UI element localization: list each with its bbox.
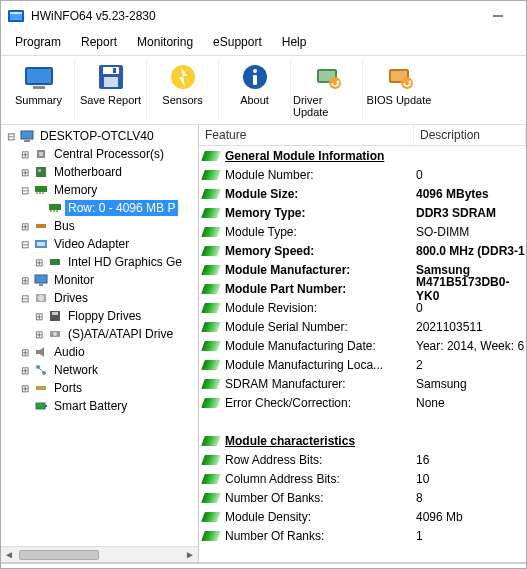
row-num-ranks[interactable]: Number Of Ranks:1 [199, 526, 526, 545]
row-module-mfg-loc[interactable]: Module Manufacturing Loca...2 [199, 355, 526, 374]
memory-stick-icon [201, 341, 221, 351]
toolbar-save-report[interactable]: Save Report [75, 60, 147, 120]
collapse-icon[interactable]: ⊟ [19, 239, 31, 250]
scroll-left-icon[interactable]: ◄ [1, 549, 17, 560]
gpu-icon [47, 254, 63, 270]
expand-icon[interactable]: ⊞ [19, 275, 31, 286]
toolbar-driver-update[interactable]: Driver Update [291, 60, 363, 120]
menu-bar: Program Report Monitoring eSupport Help [1, 31, 526, 55]
row-module-type[interactable]: Module Type:SO-DIMM [199, 222, 526, 241]
expand-icon[interactable]: ⊞ [19, 347, 31, 358]
details-rows: General Module Information Module Number… [199, 146, 526, 545]
tree-cpu[interactable]: ⊞ Central Processor(s) [3, 145, 198, 163]
memory-icon [33, 182, 49, 198]
toolbar-summary[interactable]: Summary [3, 60, 75, 120]
menu-esupport[interactable]: eSupport [205, 33, 270, 51]
expand-icon[interactable]: ⊞ [19, 221, 31, 232]
tree-horizontal-scrollbar[interactable]: ◄ ► [1, 546, 198, 562]
row-module-size[interactable]: Module Size:4096 MBytes [199, 184, 526, 203]
tree-ports[interactable]: ⊞ Ports [3, 379, 198, 397]
column-headers: Feature Description [199, 125, 526, 146]
tree-monitor[interactable]: ⊞ Monitor [3, 271, 198, 289]
tree-memory-row[interactable]: Row: 0 - 4096 MB P [3, 199, 198, 217]
app-icon [7, 7, 25, 25]
row-module-mfg-date[interactable]: Module Manufacturing Date:Year: 2014, We… [199, 336, 526, 355]
tree-intel-hd[interactable]: ⊞ Intel HD Graphics Ge [3, 253, 198, 271]
collapse-icon[interactable]: ⊟ [19, 185, 31, 196]
expand-icon[interactable]: ⊞ [33, 311, 45, 322]
row-error-check[interactable]: Error Check/Correction:None [199, 393, 526, 412]
cpu-icon [33, 146, 49, 162]
details-panel[interactable]: Feature Description General Module Infor… [199, 125, 526, 562]
memory-stick-icon [201, 227, 221, 237]
tree-audio[interactable]: ⊞ Audio [3, 343, 198, 361]
expand-icon[interactable]: ⊞ [19, 167, 31, 178]
tree-video-label: Video Adapter [51, 236, 132, 252]
audio-icon [33, 344, 49, 360]
section-characteristics[interactable]: Module characteristics [199, 431, 526, 450]
menu-report[interactable]: Report [73, 33, 125, 51]
svg-point-49 [53, 332, 57, 336]
floppy-icon [47, 308, 63, 324]
battery-icon [33, 398, 49, 414]
tree-drives[interactable]: ⊟ Drives [3, 289, 198, 307]
menu-program[interactable]: Program [7, 33, 69, 51]
expand-icon[interactable]: ⊞ [19, 149, 31, 160]
tree-motherboard-label: Motherboard [51, 164, 125, 180]
tree-panel[interactable]: ⊟ DESKTOP-OTCLV40 ⊞ Central Processor(s)… [1, 125, 199, 562]
row-col-addr-bits[interactable]: Column Address Bits:10 [199, 469, 526, 488]
toolbar-bios-update[interactable]: BIOS Update [363, 60, 435, 120]
sensors-icon [166, 62, 200, 92]
toolbar-save-label: Save Report [80, 94, 141, 106]
svg-rect-42 [35, 275, 47, 283]
expand-icon[interactable]: ⊞ [19, 365, 31, 376]
row-memory-speed[interactable]: Memory Speed:800.0 MHz (DDR3-1 [199, 241, 526, 260]
tree-video[interactable]: ⊟ Video Adapter [3, 235, 198, 253]
column-feature[interactable]: Feature [199, 125, 414, 145]
toolbar-sensors-label: Sensors [162, 94, 202, 106]
row-module-density[interactable]: Module Density:4096 Mb [199, 507, 526, 526]
column-description[interactable]: Description [414, 125, 526, 145]
tree-battery[interactable]: Smart Battery [3, 397, 198, 415]
scroll-right-icon[interactable]: ► [182, 549, 198, 560]
memory-stick-icon [201, 379, 221, 389]
tree-bus[interactable]: ⊞ Bus [3, 217, 198, 235]
tree-root[interactable]: ⊟ DESKTOP-OTCLV40 [3, 127, 198, 145]
toolbar-sensors[interactable]: Sensors [147, 60, 219, 120]
memory-stick-icon [201, 493, 221, 503]
toolbar-about-label: About [240, 94, 269, 106]
tree-ports-label: Ports [51, 380, 85, 396]
scroll-thumb[interactable] [19, 550, 99, 560]
row-module-serial[interactable]: Module Serial Number:2021103511 [199, 317, 526, 336]
menu-monitoring[interactable]: Monitoring [129, 33, 201, 51]
row-row-addr-bits[interactable]: Row Address Bits:16 [199, 450, 526, 469]
toolbar-about[interactable]: About [219, 60, 291, 120]
collapse-icon[interactable]: ⊟ [19, 293, 31, 304]
monitor-icon [33, 272, 49, 288]
memory-stick-icon [201, 170, 221, 180]
row-memory-type[interactable]: Memory Type:DDR3 SDRAM [199, 203, 526, 222]
memory-stick-icon [201, 322, 221, 332]
collapse-icon[interactable]: ⊟ [5, 131, 17, 142]
row-module-part-number[interactable]: Module Part Number:M471B5173DB0-YK0 [199, 279, 526, 298]
row-num-banks[interactable]: Number Of Banks:8 [199, 488, 526, 507]
tree-sata[interactable]: ⊞ (S)ATA/ATAPI Drive [3, 325, 198, 343]
tree-network[interactable]: ⊞ Network [3, 361, 198, 379]
row-module-number[interactable]: Module Number:0 [199, 165, 526, 184]
row-module-revision[interactable]: Module Revision:0 [199, 298, 526, 317]
minimize-button[interactable] [476, 2, 520, 30]
tree-memory[interactable]: ⊟ Memory [3, 181, 198, 199]
tree-motherboard[interactable]: ⊞ Motherboard [3, 163, 198, 181]
expand-icon[interactable]: ⊞ [33, 257, 45, 268]
svg-rect-32 [39, 192, 41, 194]
section-general[interactable]: General Module Information [199, 146, 526, 165]
svg-rect-6 [33, 86, 45, 89]
row-sdram-manufacturer[interactable]: SDRAM Manufacturer:Samsung [199, 374, 526, 393]
menu-help[interactable]: Help [274, 33, 315, 51]
expand-icon[interactable]: ⊞ [19, 383, 31, 394]
expand-icon[interactable]: ⊞ [33, 329, 45, 340]
tree-floppy[interactable]: ⊞ Floppy Drives [3, 307, 198, 325]
svg-rect-37 [56, 210, 58, 212]
memory-stick-icon [201, 284, 221, 294]
svg-rect-41 [50, 259, 60, 265]
